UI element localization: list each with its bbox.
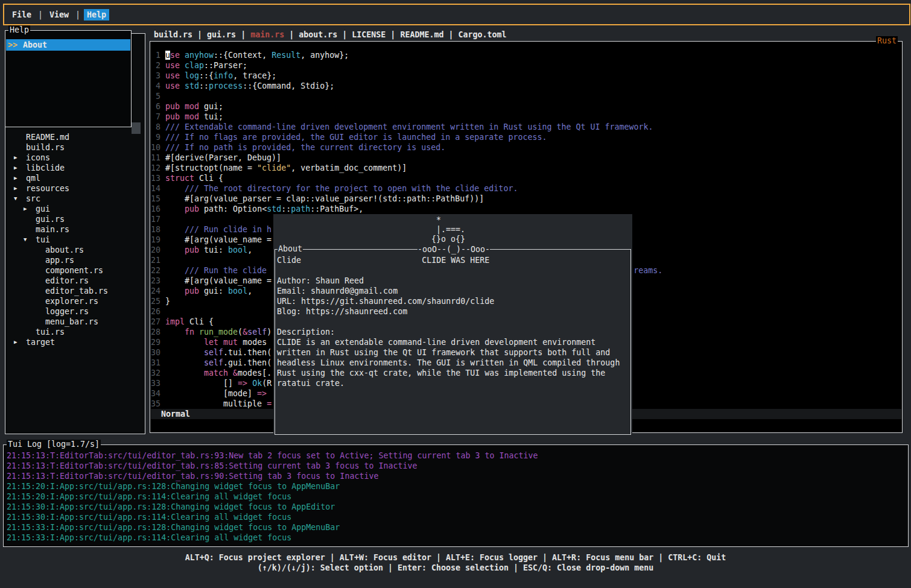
line-text: [mode] => [165, 388, 267, 399]
line-text: struct Cli { [165, 173, 223, 183]
code-token: #[arg(value_name = [165, 276, 271, 285]
line-number: 20 [151, 245, 160, 255]
about-dialog-title: About [278, 244, 303, 254]
explorer-item-explorer.rs[interactable]: explorer.rs [5, 296, 143, 306]
explorer-item-resources[interactable]: ▶resources [5, 183, 143, 194]
tab-gui.rs[interactable]: gui.rs [207, 30, 236, 39]
code-line-3: 3use log::{info, trace}; [151, 71, 901, 81]
code-token: /// Extendable command-line driven devel… [165, 122, 653, 131]
code-line-2: 2use clap::Parser; [151, 60, 901, 71]
line-text: use clap::Parser; [165, 60, 247, 71]
line-text: pub path: Option<std::path::PathBuf>, [165, 204, 363, 214]
explorer-item-tui[interactable]: ▼tui [5, 235, 143, 245]
tab-build.rs[interactable]: build.rs [154, 30, 192, 39]
tab-main.rs[interactable]: main.rs [250, 30, 284, 39]
explorer-item-label: target [26, 337, 55, 347]
explorer-item-about.rs[interactable]: about.rs [5, 245, 143, 255]
code-token: fn [185, 327, 194, 337]
menu-item-file[interactable]: File [9, 9, 34, 21]
line-text: #[structopt(name = "clide", verbatim_doc… [165, 163, 407, 173]
code-token: use [165, 71, 180, 80]
explorer-item-label: about.rs [45, 245, 84, 255]
menu-bar: File|View|Help [3, 4, 910, 25]
code-token: [mode] [165, 389, 257, 398]
explorer-item-build.rs[interactable]: build.rs [5, 142, 143, 153]
line-text: match &modes[. [165, 368, 271, 378]
explorer-scrollbar-thumb[interactable] [132, 122, 141, 134]
explorer-item-label: explorer.rs [45, 296, 98, 306]
explorer-item-app.rs[interactable]: app.rs [5, 255, 143, 265]
explorer-item-editor_tab.rs[interactable]: editor_tab.rs [5, 286, 143, 296]
explorer-item-menu_bar.rs[interactable]: menu_bar.rs [5, 317, 143, 327]
line-text: pub mod tui; [165, 112, 223, 122]
tab-separator: | [284, 30, 299, 39]
chevron-collapsed-icon: ▶ [13, 163, 26, 173]
line-number: 25 [151, 296, 160, 306]
code-token [165, 358, 204, 367]
line-number: 31 [151, 358, 160, 368]
explorer-item-label: build.rs [26, 142, 65, 153]
explorer-item-src[interactable]: ▼src [5, 194, 143, 204]
line-number: 26 [151, 306, 160, 317]
tab-about.rs[interactable]: about.rs [299, 30, 337, 39]
explorer-item-qml[interactable]: ▶qml [5, 173, 143, 183]
log-entry: 21:15:20:I:App:src/tui/app.rs:114:Cleari… [7, 492, 538, 502]
line-number: 22 [151, 265, 160, 276]
chevron-collapsed-icon: ▶ [22, 204, 36, 214]
code-token [180, 102, 185, 111]
code-token: => [238, 379, 247, 388]
code-token [165, 286, 185, 296]
dropdown-item-label: About [23, 40, 47, 50]
code-token: Cli { [194, 174, 223, 183]
code-token [180, 61, 185, 70]
explorer-item-gui[interactable]: ▶gui [5, 204, 143, 214]
menu-item-view[interactable]: View [46, 9, 72, 21]
explorer-item-component.rs[interactable]: component.rs [5, 265, 143, 276]
explorer-item-label: gui.rs [36, 214, 65, 224]
code-token: let [204, 338, 218, 347]
line-number: 12 [151, 163, 160, 173]
code-line-7: 7pub mod tui; [151, 112, 901, 122]
code-token: } [165, 297, 170, 306]
line-text: fn run_mode(&self) [165, 327, 271, 337]
line-text: #[arg(value_parser = clap::value_parser!… [165, 194, 484, 204]
line-number: 35 [151, 399, 160, 409]
menu-item-help[interactable]: Help [84, 9, 109, 21]
explorer-item-label: menu_bar.rs [45, 317, 98, 327]
explorer-item-tui.rs[interactable]: tui.rs [5, 327, 143, 337]
ascii-art-border: -ooO--(_)--Ooo- [417, 245, 490, 254]
code-token: :: [281, 204, 291, 213]
code-token: Cli { [185, 317, 214, 326]
explorer-item-logger.rs[interactable]: logger.rs [5, 306, 143, 317]
explorer-item-libclide[interactable]: ▶libclide [5, 163, 143, 173]
code-token: self [247, 327, 267, 337]
line-number: 19 [151, 235, 160, 245]
line-number: 3 [151, 71, 160, 81]
line-text: pub gui: bool, [165, 286, 252, 296]
code-token [165, 204, 185, 213]
explorer-item-target[interactable]: ▶target [5, 337, 143, 347]
line-text: self.gui.then( [165, 358, 271, 368]
log-entry: 21:15:20:I:App:src/tui/app.rs:128:Changi… [7, 481, 538, 492]
tab-README.md[interactable]: README.md [400, 30, 443, 39]
file-tree: README.mdbuild.rs▶icons▶libclide▶qml▶res… [5, 132, 143, 347]
tab-Cargo.toml[interactable]: Cargo.toml [458, 30, 506, 39]
line-text: [] => Ok(R [165, 378, 271, 388]
code-token: , verbatim_doc_comment)] [291, 163, 407, 172]
explorer-item-icons[interactable]: ▶icons [5, 153, 143, 163]
tab-LICENSE[interactable]: LICENSE [352, 30, 386, 39]
code-line-1: 1use anyhow::{Context, Result, anyhow}; [151, 50, 901, 60]
explorer-item-main.rs[interactable]: main.rs [5, 224, 143, 235]
explorer-item-editor.rs[interactable]: editor.rs [5, 276, 143, 286]
explorer-item-README.md[interactable]: README.md [5, 132, 143, 142]
ascii-art: * |.===. {}o o{} [417, 215, 465, 244]
explorer-item-gui.rs[interactable]: gui.rs [5, 214, 143, 224]
tab-separator: | [337, 30, 352, 39]
line-number: 11 [151, 153, 160, 163]
dropdown-item-about[interactable]: >> About [6, 39, 130, 51]
line-text: use log::{info, trace}; [165, 71, 276, 81]
menu-items: File|View|Help [9, 9, 109, 21]
code-token: (R [262, 379, 271, 388]
line-text: let mut modes [165, 337, 267, 347]
menu-separator: | [75, 10, 80, 20]
